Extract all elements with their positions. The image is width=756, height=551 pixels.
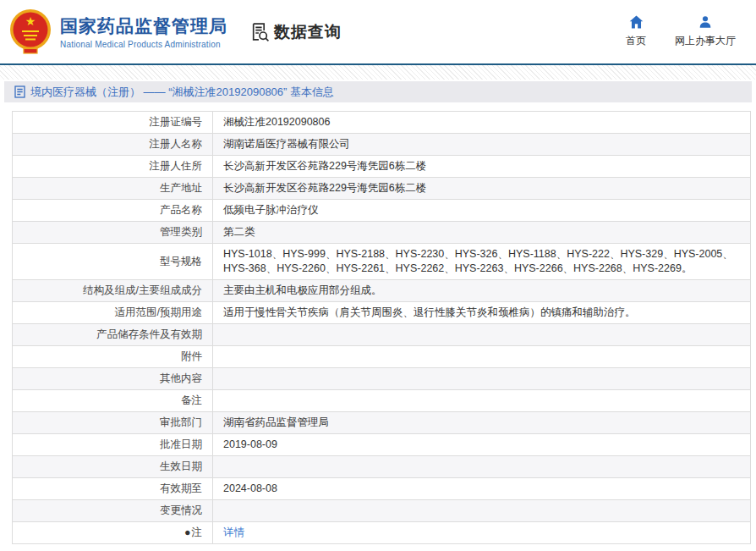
page-header: ★ 国家药品监督管理局 National Medical Products Ad… xyxy=(0,0,756,63)
document-icon xyxy=(14,85,25,98)
site-title: 国家药品监督管理局 xyxy=(60,15,227,37)
svg-text:★: ★ xyxy=(25,14,36,28)
row-label: 备注 xyxy=(13,390,213,412)
breadcrumb-text: 境内医疗器械（注册） —— “湘械注准20192090806” 基本信息 xyxy=(30,85,334,100)
user-icon xyxy=(698,15,712,29)
table-row: 产品储存条件及有效期 xyxy=(13,324,751,346)
table-row: 生效日期 xyxy=(13,456,751,478)
table-row: 产品名称低频电子脉冲治疗仪 xyxy=(13,200,751,222)
home-icon xyxy=(629,15,644,29)
nav-item-service-hall[interactable]: 网上办事大厅 xyxy=(675,15,736,48)
table-row: 注册人名称湖南诺盾医疗器械有限公司 xyxy=(13,134,751,156)
row-label: 型号规格 xyxy=(13,244,213,280)
china-national-emblem-icon: ★ xyxy=(8,8,52,55)
row-value: 2024-08-08 xyxy=(213,478,751,500)
row-label: 注册人住所 xyxy=(13,156,213,178)
table-row: 适用范围/预期用途适用于慢性骨关节疾病（肩关节周围炎、退行性膝关节炎和颈椎病）的… xyxy=(13,302,751,324)
row-value: 详情 xyxy=(213,522,751,544)
nav-label-service-hall: 网上办事大厅 xyxy=(675,34,736,48)
row-value xyxy=(213,346,751,368)
table-row: 附件 xyxy=(13,346,751,368)
row-label: 注册人名称 xyxy=(13,134,213,156)
detail-link[interactable]: 详情 xyxy=(223,526,244,538)
table-row: 有效期至2024-08-08 xyxy=(13,478,751,500)
table-row: ●注详情 xyxy=(13,522,751,544)
row-label: 注册证编号 xyxy=(13,112,213,134)
data-query-label: 数据查询 xyxy=(274,21,342,43)
row-value: 湖南省药品监督管理局 xyxy=(213,412,751,434)
brand-logo[interactable]: ★ 国家药品监督管理局 National Medical Products Ad… xyxy=(8,8,227,55)
row-label: 产品名称 xyxy=(13,200,213,222)
table-row: 其他内容 xyxy=(13,368,751,390)
row-label: 批准日期 xyxy=(13,434,213,456)
row-label: ●注 xyxy=(13,522,213,544)
table-row: 管理类别第二类 xyxy=(13,222,751,244)
row-label: 产品储存条件及有效期 xyxy=(13,324,213,346)
row-value xyxy=(213,500,751,522)
nav-item-home[interactable]: 首页 xyxy=(626,15,646,48)
row-value: 第二类 xyxy=(213,222,751,244)
site-subtitle: National Medical Products Administration xyxy=(60,40,227,49)
row-label: 适用范围/预期用途 xyxy=(13,302,213,324)
row-label: 有效期至 xyxy=(13,478,213,500)
table-row: 注册人住所长沙高新开发区谷苑路229号海凭园6栋二楼 xyxy=(13,156,751,178)
row-value xyxy=(213,324,751,346)
row-label: 生产地址 xyxy=(13,178,213,200)
row-value: 长沙高新开发区谷苑路229号海凭园6栋二楼 xyxy=(213,156,751,178)
row-value xyxy=(213,456,751,478)
row-label: 附件 xyxy=(13,346,213,368)
breadcrumb: 境内医疗器械（注册） —— “湘械注准20192090806” 基本信息 xyxy=(4,81,752,102)
info-table-body: 注册证编号湘械注准20192090806注册人名称湖南诺盾医疗器械有限公司注册人… xyxy=(13,112,751,544)
row-value: HYS-1018、HYS-999、HYS-2188、HYS-2230、HYS-3… xyxy=(213,244,751,280)
row-value: 长沙高新开发区谷苑路229号海凭园6栋二楼 xyxy=(213,178,751,200)
row-value: 2019-08-09 xyxy=(213,434,751,456)
hatch-decoration xyxy=(0,65,756,80)
row-value: 湘械注准20192090806 xyxy=(213,112,751,134)
table-row: 结构及组成/主要组成成分主要由主机和电极应用部分组成。 xyxy=(13,280,751,302)
header-nav: 首页 网上办事大厅 xyxy=(626,15,742,48)
table-row: 变更情况 xyxy=(13,500,751,522)
row-value: 主要由主机和电极应用部分组成。 xyxy=(213,280,751,302)
nav-label-home: 首页 xyxy=(626,34,646,48)
row-value: 湖南诺盾医疗器械有限公司 xyxy=(213,134,751,156)
table-row: 审批部门湖南省药品监督管理局 xyxy=(13,412,751,434)
row-value: 低频电子脉冲治疗仪 xyxy=(213,200,751,222)
data-query-link[interactable]: 数据查询 xyxy=(249,21,342,43)
row-value: 适用于慢性骨关节疾病（肩关节周围炎、退行性膝关节炎和颈椎病）的镇痛和辅助治疗。 xyxy=(213,302,751,324)
note-bullet-icon: ● xyxy=(184,526,191,538)
row-value xyxy=(213,368,751,390)
document-search-icon xyxy=(249,21,271,42)
table-row: 备注 xyxy=(13,390,751,412)
table-row: 生产地址长沙高新开发区谷苑路229号海凭园6栋二楼 xyxy=(13,178,751,200)
row-label: 生效日期 xyxy=(13,456,213,478)
row-value xyxy=(213,390,751,412)
table-row: 注册证编号湘械注准20192090806 xyxy=(13,112,751,134)
row-label: 变更情况 xyxy=(13,500,213,522)
row-label: 其他内容 xyxy=(13,368,213,390)
table-row: 批准日期2019-08-09 xyxy=(13,434,751,456)
table-row: 型号规格HYS-1018、HYS-999、HYS-2188、HYS-2230、H… xyxy=(13,244,751,280)
row-label: 审批部门 xyxy=(13,412,213,434)
row-label: 结构及组成/主要组成成分 xyxy=(13,280,213,302)
row-label: 管理类别 xyxy=(13,222,213,244)
registration-info-table: 注册证编号湘械注准20192090806注册人名称湖南诺盾医疗器械有限公司注册人… xyxy=(12,111,751,544)
